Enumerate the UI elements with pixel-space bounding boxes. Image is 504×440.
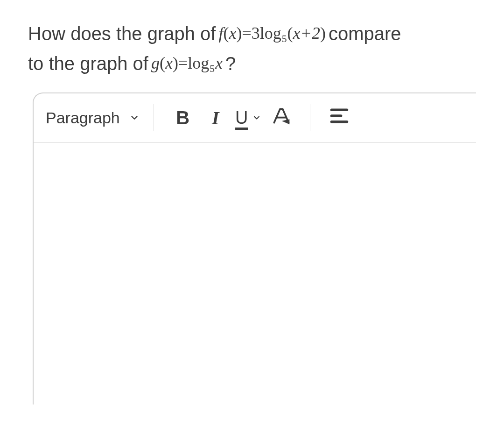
question-text: How does the graph of f(x) = 3log5 (x+2)… [28, 19, 476, 78]
question-line2-prefix: to the graph of [28, 49, 148, 78]
text-color-button[interactable] [266, 103, 296, 133]
chevron-down-icon [129, 113, 140, 123]
paragraph-style-label: Paragraph [46, 109, 120, 127]
editor-textarea[interactable] [34, 143, 476, 405]
underline-button[interactable]: U [233, 103, 263, 133]
chevron-down-icon [252, 113, 261, 122]
toolbar-separator [154, 104, 154, 131]
toolbar-separator [310, 104, 310, 131]
rich-text-editor: Paragraph B I U [33, 92, 476, 405]
italic-button[interactable]: I [201, 103, 231, 133]
text-color-icon [271, 106, 291, 130]
align-left-icon [329, 106, 350, 130]
underline-icon: U [235, 108, 248, 128]
bold-button[interactable]: B [168, 103, 198, 133]
italic-icon: I [212, 107, 219, 129]
paragraph-style-select[interactable]: Paragraph [46, 109, 140, 127]
question-line2-suffix: ? [225, 49, 236, 78]
formula-f: f(x) = 3log5 (x+2) [216, 20, 328, 47]
bold-icon: B [176, 107, 189, 128]
formula-g: g(x) = log5x [148, 50, 225, 77]
question-line1-prefix: How does the graph of [28, 19, 216, 49]
editor-toolbar: Paragraph B I U [34, 93, 476, 143]
align-button[interactable] [324, 103, 354, 133]
question-line1-suffix: compare [329, 19, 401, 49]
